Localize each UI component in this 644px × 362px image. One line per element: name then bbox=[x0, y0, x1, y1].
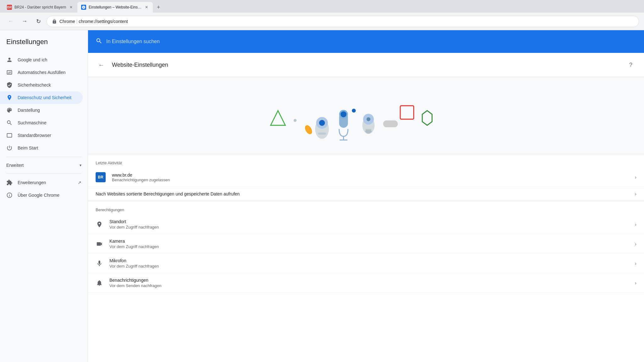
browser-frame: BR BR24 - Darüber spricht Bayern ✕ Einst… bbox=[0, 0, 644, 362]
chevron-down-icon: ▾ bbox=[80, 163, 81, 167]
address-text: Chrome | chrome://settings/content bbox=[59, 19, 128, 24]
permission-item-notifications[interactable]: Benachrichtigungen Vor dem Senden nachfr… bbox=[88, 273, 644, 293]
camera-subtitle: Vor dem Zugriff nachfragen bbox=[109, 244, 629, 249]
sidebar-label-about: Über Google Chrome bbox=[18, 193, 59, 198]
sidebar-item-autofill[interactable]: Automatisches Ausfüllen bbox=[0, 66, 83, 79]
forward-button[interactable]: → bbox=[19, 16, 30, 27]
sidebar-item-search[interactable]: Suchmaschine bbox=[0, 116, 83, 129]
forward-icon: → bbox=[22, 18, 27, 25]
last-activity-title: Letzte Aktivität bbox=[88, 154, 644, 168]
sidebar-item-startup[interactable]: Beim Start bbox=[0, 142, 83, 154]
sidebar-label-privacy: Datenschutz und Sicherheit bbox=[18, 95, 71, 100]
activity-description: Benachrichtigungen zugelassen bbox=[112, 178, 629, 182]
svg-point-8 bbox=[341, 111, 347, 117]
activity-chevron-icon: › bbox=[635, 175, 636, 180]
page-header: ← Website-Einstellungen ? bbox=[88, 53, 644, 77]
activity-item-br[interactable]: BR www.br.de Benachrichtigungen zugelass… bbox=[88, 168, 644, 187]
tab2-favicon bbox=[81, 5, 86, 10]
location-subtitle: Vor dem Zugriff nachfragen bbox=[109, 225, 629, 229]
sidebar-item-extensions[interactable]: Erweiterungen ↗ bbox=[0, 176, 88, 189]
sidebar-item-about[interactable]: Über Google Chrome bbox=[0, 189, 88, 201]
notifications-text: Benachrichtigungen Vor dem Senden nachfr… bbox=[109, 278, 629, 288]
person-icon bbox=[6, 57, 13, 63]
sidebar-label-autofill: Automatisches Ausfüllen bbox=[18, 70, 66, 75]
back-button[interactable]: ← bbox=[5, 16, 16, 27]
sidebar-item-browser[interactable]: Standardbrowser bbox=[0, 129, 83, 142]
sidebar-label-search: Suchmaschine bbox=[18, 120, 47, 125]
settings-search-bar bbox=[88, 30, 644, 53]
illustration-area bbox=[88, 77, 644, 154]
notification-icon bbox=[96, 279, 103, 287]
location-text: Standort Vor dem Zugriff nachfragen bbox=[109, 219, 629, 229]
sidebar-label-browser: Standardbrowser bbox=[18, 133, 51, 138]
sidebar-header: Einstellungen bbox=[0, 30, 88, 51]
sidebar-nav: Google und ich Automatisches Ausfüllen S… bbox=[0, 51, 88, 204]
sidebar-erweitert[interactable]: Erweitert ▾ bbox=[0, 160, 88, 171]
navigation-bar: ← → ↻ Chrome | chrome://settings/content bbox=[0, 13, 644, 30]
permission-item-camera[interactable]: Kamera Vor dem Zugriff nachfragen › bbox=[88, 234, 644, 254]
help-button[interactable]: ? bbox=[625, 59, 636, 71]
notifications-subtitle: Vor dem Senden nachfragen bbox=[109, 283, 629, 288]
permissions-illustration bbox=[256, 87, 476, 144]
autofill-icon bbox=[6, 69, 13, 76]
location-icon bbox=[96, 221, 103, 228]
svg-rect-17 bbox=[400, 106, 414, 119]
reload-button[interactable]: ↻ bbox=[33, 16, 44, 27]
help-icon: ? bbox=[629, 62, 632, 68]
location-chevron-icon: › bbox=[635, 222, 636, 227]
external-link-icon: ↗ bbox=[78, 180, 81, 185]
reload-icon: ↻ bbox=[36, 18, 41, 25]
activity-domain: www.br.de bbox=[112, 173, 629, 178]
sidebar-label-appearance: Darstellung bbox=[18, 108, 40, 113]
extensions-icon bbox=[6, 179, 13, 186]
back-arrow-icon: ← bbox=[98, 61, 104, 69]
microphone-title: Mikrofon bbox=[109, 258, 629, 263]
sidebar-item-google[interactable]: Google und ich bbox=[0, 54, 83, 66]
permission-item-microphone[interactable]: Mikrofon Vor dem Zugriff nachfragen › bbox=[88, 254, 644, 273]
svg-point-14 bbox=[367, 117, 370, 121]
camera-chevron-icon: › bbox=[635, 241, 636, 246]
main-area: Einstellungen Google und ich Automatisch… bbox=[0, 30, 644, 362]
back-navigation-button[interactable]: ← bbox=[96, 59, 107, 71]
svg-point-11 bbox=[352, 109, 356, 112]
browser-tab-2[interactable]: Einstellungen – Website-Einst... ✕ bbox=[77, 2, 153, 13]
tab1-close-button[interactable]: ✕ bbox=[69, 5, 74, 10]
new-tab-button[interactable]: + bbox=[154, 3, 163, 12]
browser-tab-1[interactable]: BR BR24 - Darüber spricht Bayern ✕ bbox=[3, 2, 77, 13]
microphone-chevron-icon: › bbox=[635, 261, 636, 266]
microphone-text: Mikrofon Vor dem Zugriff nachfragen bbox=[109, 258, 629, 269]
svg-point-19 bbox=[303, 124, 314, 135]
address-bar[interactable]: Chrome | chrome://settings/content bbox=[47, 16, 639, 27]
sidebar-item-appearance[interactable]: Darstellung bbox=[0, 104, 83, 116]
appearance-icon bbox=[6, 107, 13, 113]
lock-icon bbox=[52, 19, 57, 24]
microphone-subtitle: Vor dem Zugriff nachfragen bbox=[109, 264, 629, 269]
sidebar-divider bbox=[6, 157, 81, 157]
settings-search-input[interactable] bbox=[106, 39, 636, 44]
svg-rect-5 bbox=[318, 133, 326, 134]
browser-icon bbox=[6, 132, 13, 139]
sorted-websites-row[interactable]: Nach Websites sortierte Berechtigungen u… bbox=[88, 187, 644, 201]
microphone-icon bbox=[96, 260, 103, 267]
svg-marker-18 bbox=[422, 110, 432, 125]
sidebar: Einstellungen Google und ich Automatisch… bbox=[0, 30, 88, 362]
location-title: Standort bbox=[109, 219, 629, 224]
sorted-text: Nach Websites sortierte Berechtigungen u… bbox=[96, 191, 629, 196]
svg-point-4 bbox=[319, 120, 325, 126]
br-favicon: BR bbox=[96, 172, 106, 182]
sidebar-label-startup: Beim Start bbox=[18, 145, 38, 150]
page-title: Website-Einstellungen bbox=[112, 62, 620, 68]
sidebar-erweitert-label: Erweitert bbox=[6, 163, 77, 168]
permission-item-location[interactable]: Standort Vor dem Zugriff nachfragen › bbox=[88, 215, 644, 234]
sidebar-item-privacy[interactable]: Datenschutz und Sicherheit bbox=[0, 91, 83, 104]
notifications-chevron-icon: › bbox=[635, 280, 636, 286]
shield-check-icon bbox=[6, 82, 13, 88]
settings-search-icon bbox=[96, 37, 103, 46]
camera-text: Kamera Vor dem Zugriff nachfragen bbox=[109, 239, 629, 249]
tab2-close-button[interactable]: ✕ bbox=[144, 5, 149, 10]
search-icon bbox=[6, 120, 13, 126]
sidebar-item-safety[interactable]: Sicherheitscheck bbox=[0, 79, 83, 91]
svg-point-1 bbox=[294, 119, 297, 122]
notifications-title: Benachrichtigungen bbox=[109, 278, 629, 283]
camera-icon bbox=[96, 240, 103, 248]
